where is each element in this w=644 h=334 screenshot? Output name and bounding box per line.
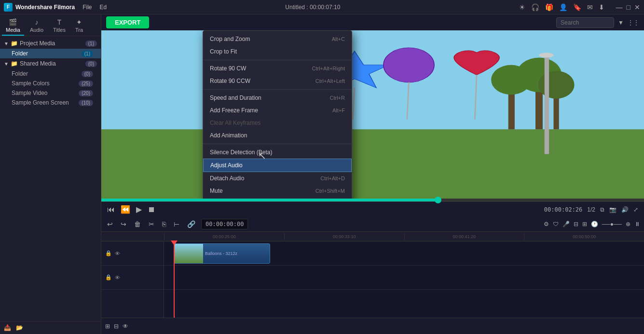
svg-point-12 bbox=[384, 48, 434, 82]
window-controls: — □ ✕ bbox=[616, 3, 640, 11]
tab-titles[interactable]: T Titles bbox=[49, 16, 69, 36]
ctx-speed-duration-shortcut: Ctrl+R bbox=[330, 95, 345, 101]
search-input[interactable] bbox=[556, 17, 614, 28]
ctx-rotate-ccw[interactable]: Rotate 90 CCW Ctrl+Alt+Left bbox=[203, 75, 352, 87]
pip-icon[interactable]: ⧉ bbox=[600, 206, 604, 213]
svg-rect-17 bbox=[545, 55, 549, 154]
new-folder-button[interactable]: 📂 bbox=[16, 324, 23, 331]
ctx-mute[interactable]: Mute Ctrl+Shift+M bbox=[203, 185, 352, 197]
svg-line-11 bbox=[353, 88, 355, 120]
ctx-rotate-cw[interactable]: Rotate 90 CW Ctrl+Alt+Right bbox=[203, 62, 352, 75]
timeline-link-button[interactable]: 🔗 bbox=[185, 219, 197, 229]
trans-tab-icon: ✦ bbox=[76, 18, 82, 26]
import-media-button[interactable]: 📥 bbox=[4, 324, 11, 331]
sun-icon[interactable]: ☀ bbox=[519, 3, 525, 11]
download-icon[interactable]: ⬇ bbox=[599, 3, 604, 11]
timeline-grid-icon[interactable]: ⊞ bbox=[582, 221, 587, 227]
left-panel: 🎬 Media ♪ Audio T Titles ✦ Tra ▼ 📁 Proje… bbox=[0, 14, 101, 334]
svg-rect-1 bbox=[101, 129, 644, 199]
eye-bottom-icon[interactable]: 👁 bbox=[123, 323, 128, 330]
preview-controls: ⏮ ⏪ ▶ ⏹ 00:00:02:26 1/2 ⧉ 📷 🔊 ⤢ bbox=[101, 201, 644, 217]
mail-icon[interactable]: ✉ bbox=[587, 3, 593, 11]
timeline-cut-button[interactable]: ✂ bbox=[147, 219, 156, 229]
ctx-adjust-audio-label: Adjust Audio bbox=[210, 162, 243, 169]
remove-track-icon[interactable]: ⊟ bbox=[114, 323, 119, 330]
ctx-crop-fit[interactable]: Crop to Fit bbox=[203, 45, 352, 58]
preview-progress-bar[interactable] bbox=[101, 199, 644, 201]
fullscreen-icon[interactable]: ⤢ bbox=[633, 206, 638, 213]
volume-icon[interactable]: 🔊 bbox=[621, 206, 629, 213]
svg-rect-2 bbox=[535, 80, 543, 130]
add-track-icon[interactable]: ⊞ bbox=[105, 323, 110, 330]
timeline-delete-button[interactable]: 🗑 bbox=[132, 219, 143, 229]
ctx-speed-duration[interactable]: Speed and Duration Ctrl+R bbox=[203, 92, 352, 104]
sample-green-screen-item[interactable]: Sample Green Screen (10) bbox=[0, 98, 101, 107]
ctx-rotate-cw-label: Rotate 90 CW bbox=[210, 65, 246, 72]
track-eye-icon[interactable]: 👁 bbox=[115, 251, 120, 256]
sample-video-item[interactable]: Sample Video (20) bbox=[0, 88, 101, 98]
ctx-adjust-audio[interactable]: Adjust Audio bbox=[203, 159, 352, 172]
tab-media[interactable]: 🎬 Media bbox=[2, 16, 24, 36]
timeline-settings-icon[interactable]: ⚙ bbox=[544, 221, 549, 227]
timeline-redo-button[interactable]: ↪ bbox=[119, 219, 128, 229]
media-tabs: 🎬 Media ♪ Audio T Titles ✦ Tra bbox=[0, 14, 101, 36]
track-audio-lock-icon[interactable]: 🔒 bbox=[105, 274, 112, 281]
tab-audio[interactable]: ♪ Audio bbox=[26, 16, 47, 36]
filter-icon[interactable]: ▼ bbox=[618, 19, 624, 26]
shared-media-header[interactable]: ▼ 📁 Shared Media (0) bbox=[0, 58, 101, 69]
project-media-header[interactable]: ▼ 📁 Project Media (1) bbox=[0, 38, 101, 49]
timeline-split-button[interactable]: ⊢ bbox=[172, 219, 181, 229]
ctx-add-animation[interactable]: Add Animation bbox=[203, 129, 352, 142]
step-back-button[interactable]: ⏪ bbox=[121, 205, 130, 214]
preview-search-row: ▼ ⋮⋮ bbox=[556, 17, 639, 28]
ctx-crop-zoom[interactable]: Crop and Zoom Alt+C bbox=[203, 33, 352, 45]
timeline-add-icon[interactable]: ⊕ bbox=[626, 221, 630, 227]
svg-rect-6 bbox=[508, 85, 515, 129]
skip-back-button[interactable]: ⏮ bbox=[107, 205, 115, 214]
ruler-mark-2: 00:00:33:10 bbox=[284, 233, 404, 240]
track-content: Balloons - 3212z bbox=[164, 241, 644, 318]
video-track-1: Balloons - 3212z bbox=[164, 241, 644, 266]
track-audio-eye-icon[interactable]: 👁 bbox=[115, 275, 120, 281]
play-button[interactable]: ▶ bbox=[136, 205, 142, 214]
timeline-mic-icon[interactable]: 🎤 bbox=[562, 221, 570, 227]
sample-colors-item[interactable]: Sample Colors (25) bbox=[0, 79, 101, 88]
audio-tab-icon: ♪ bbox=[35, 18, 39, 26]
timeline-zoom-slider[interactable]: ──●── bbox=[602, 221, 622, 227]
timeline-undo-button[interactable]: ↩ bbox=[105, 219, 115, 229]
timeline-clock-icon[interactable]: 🕐 bbox=[591, 221, 598, 227]
ctx-mute-label: Mute bbox=[210, 187, 223, 194]
grid-icon[interactable]: ⋮⋮ bbox=[628, 19, 639, 26]
timeline-ruler: 00:00:25:00 00:00:33:10 00:00:41:20 00:0… bbox=[101, 232, 644, 241]
gift-icon[interactable]: 🎁 bbox=[545, 3, 553, 11]
headphone-icon[interactable]: 🎧 bbox=[531, 3, 539, 11]
screenshot-icon[interactable]: 📷 bbox=[609, 206, 617, 213]
preview-progress-thumb[interactable] bbox=[435, 197, 441, 203]
timeline-pause-icon[interactable]: ⏸ bbox=[634, 221, 640, 227]
ctx-detach-audio[interactable]: Detach Audio Ctrl+Alt+D bbox=[203, 172, 352, 185]
stop-button[interactable]: ⏹ bbox=[148, 205, 155, 214]
clip-block-video[interactable]: Balloons - 3212z bbox=[174, 243, 270, 264]
timeline-shield-icon[interactable]: 🛡 bbox=[553, 221, 559, 227]
ctx-silence-detection[interactable]: Silence Detection (Beta) bbox=[203, 146, 352, 159]
folder-item-shared[interactable]: Folder (0) bbox=[0, 69, 101, 79]
export-button[interactable]: EXPORT bbox=[106, 16, 149, 28]
maximize-button[interactable]: □ bbox=[627, 3, 630, 11]
timeline-collapse-icon[interactable]: ⊟ bbox=[574, 221, 578, 227]
close-button[interactable]: ✕ bbox=[634, 3, 640, 11]
shared-media-folder-icon: 📁 bbox=[11, 60, 18, 67]
video-background bbox=[101, 30, 644, 199]
folder-item-project[interactable]: Folder (1) bbox=[0, 49, 101, 58]
ctx-add-freeze[interactable]: Add Freeze Frame Alt+F bbox=[203, 104, 352, 117]
minimize-button[interactable]: — bbox=[616, 3, 623, 11]
ctx-clear-keyframes: Clear All Keyframes bbox=[203, 117, 352, 129]
menu-file[interactable]: File bbox=[82, 4, 92, 11]
menu-edit[interactable]: Ed bbox=[99, 4, 107, 11]
timeline-copy-button[interactable]: ⎘ bbox=[160, 219, 168, 229]
tab-transitions[interactable]: ✦ Tra bbox=[71, 16, 87, 36]
timeline-playhead[interactable] bbox=[174, 241, 175, 318]
ctx-clear-keyframes-label: Clear All Keyframes bbox=[210, 120, 260, 126]
user-icon[interactable]: 👤 bbox=[559, 3, 567, 11]
track-lock-icon[interactable]: 🔒 bbox=[105, 250, 112, 256]
bookmark-icon[interactable]: 🔖 bbox=[573, 3, 581, 11]
